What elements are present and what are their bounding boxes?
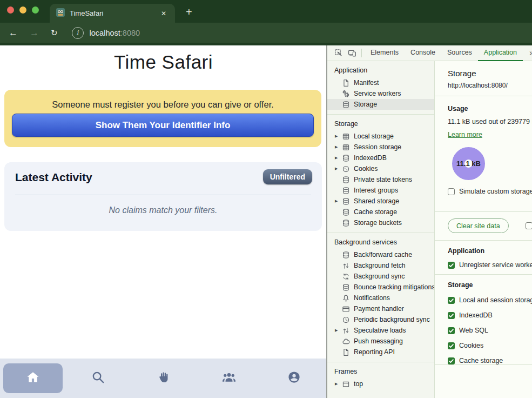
site-info-icon[interactable]: i — [72, 27, 84, 39]
tree-item-push-messaging[interactable]: Push messaging — [327, 336, 434, 347]
expand-twisty-icon[interactable]: ▶ — [335, 145, 341, 149]
devtools-tab-console[interactable]: Console — [405, 45, 441, 61]
bell-icon — [341, 294, 350, 302]
arrows-updown-icon — [341, 261, 350, 270]
clear-site-data-button[interactable]: Clear site data — [448, 218, 509, 233]
minimize-window-button[interactable] — [19, 6, 26, 14]
payment-icon — [341, 304, 350, 313]
tree-item-indexeddb[interactable]: ▶IndexedDB — [327, 152, 434, 163]
tree-item-notifications[interactable]: Notifications — [327, 293, 434, 303]
tree-item-background-sync[interactable]: Background sync — [327, 271, 434, 282]
nav-person-button[interactable] — [261, 359, 327, 398]
page-title: Time Safari — [0, 51, 327, 73]
tree-item-bounce-tracking-mitigations[interactable]: Bounce tracking mitigations — [327, 282, 434, 293]
table-icon — [341, 143, 350, 151]
devtools-tab-application[interactable]: Application — [478, 45, 523, 61]
expand-twisty-icon[interactable]: ▶ — [335, 382, 341, 386]
database-icon — [341, 154, 350, 162]
indexeddb-checkbox[interactable] — [448, 312, 455, 319]
tree-item-service-workers[interactable]: Service workers — [327, 88, 434, 99]
more-tabs-icon[interactable]: » — [529, 48, 532, 58]
latest-activity-heading: Latest Activity — [15, 171, 92, 184]
tree-item-speculative-loads[interactable]: ▶Speculative loads — [327, 325, 434, 336]
tree-item-background-fetch[interactable]: Background fetch — [327, 260, 434, 271]
app-page: Time Safari Someone must register you be… — [0, 45, 327, 398]
unfiltered-badge[interactable]: Unfiltered — [263, 169, 312, 184]
inspect-icon[interactable] — [332, 47, 345, 60]
tab-title: TimeSafari — [70, 9, 159, 17]
tree-item-manifest[interactable]: Manifest — [327, 77, 434, 88]
nav-hand-button[interactable] — [131, 359, 196, 398]
tree-item-session-storage[interactable]: ▶Session storage — [327, 142, 434, 152]
tree-item-periodic-background-sync[interactable]: Periodic background sync — [327, 314, 434, 325]
expand-twisty-icon[interactable]: ▶ — [335, 167, 341, 171]
tree-item-shared-storage[interactable]: ▶Shared storage — [327, 196, 434, 207]
unregister-service-workers-checkbox[interactable] — [448, 262, 455, 269]
cache-storage-checkbox[interactable] — [448, 357, 455, 364]
nav-home-button[interactable] — [0, 359, 65, 398]
devtools-tab-sources[interactable]: Sources — [441, 45, 478, 61]
expand-twisty-icon[interactable]: ▶ — [335, 134, 341, 138]
tree-item-label: Cookies — [354, 165, 378, 173]
local-and-session-storage-checkbox[interactable] — [448, 297, 455, 304]
tree-item-label: Background sync — [354, 273, 405, 280]
expand-twisty-icon[interactable]: ▶ — [335, 199, 341, 203]
tree-item-reporting-api[interactable]: Reporting API — [327, 347, 434, 357]
expand-twisty-icon[interactable]: ▶ — [335, 156, 341, 160]
devtools: ElementsConsoleSourcesApplication » Appl… — [326, 45, 532, 398]
close-tab-icon[interactable]: ✕ — [159, 9, 169, 18]
cookies-checkbox[interactable] — [448, 342, 455, 349]
sidebar-section-storage: Storage▶Local storage▶Session storage▶In… — [327, 115, 434, 233]
nav-search-button[interactable] — [65, 359, 131, 398]
tab-strip: TimeSafari ✕ + — [0, 0, 532, 23]
tree-item-label: Reporting API — [354, 348, 395, 356]
sidebar-section-background-services: Background servicesBack/forward cacheBac… — [327, 233, 434, 362]
browser-chrome: TimeSafari ✕ + ← → ↻ i localhost :8080 — [0, 0, 532, 45]
sync-icon — [341, 272, 350, 281]
forward-icon[interactable]: → — [30, 28, 39, 37]
tab-favicon-icon — [56, 8, 65, 19]
tree-item-cache-storage[interactable]: Cache storage — [327, 207, 434, 217]
show-identifier-info-button[interactable]: Show Them Your Identifier Info — [12, 114, 314, 137]
sidebar-section-frames: Frames▶top — [327, 362, 434, 394]
nav-people-button[interactable] — [196, 359, 261, 398]
url-host[interactable]: localhost — [90, 29, 120, 37]
checkbox-label: Local and session storage — [459, 296, 532, 304]
tree-item-local-storage[interactable]: ▶Local storage — [327, 131, 434, 142]
tree-item-payment-handler[interactable]: Payment handler — [327, 303, 434, 314]
tree-item-cookies[interactable]: ▶Cookies — [327, 163, 434, 174]
cloud-icon — [341, 337, 350, 346]
search-icon — [91, 370, 105, 387]
sidebar-section-title: Frames — [327, 366, 434, 379]
tree-item-private-state-tokens[interactable]: Private state tokens — [327, 174, 434, 185]
tree-item-back-forward-cache[interactable]: Back/forward cache — [327, 249, 434, 260]
browser-tab[interactable]: TimeSafari ✕ — [50, 4, 175, 23]
panel-section-application: ApplicationUnregister service workers — [435, 241, 532, 275]
simulate-quota-label: Simulate custom storage quota — [459, 188, 532, 195]
devtools-tab-elements[interactable]: Elements — [365, 45, 405, 61]
tree-item-interest-groups[interactable]: Interest groups — [327, 185, 434, 196]
zoom-window-button[interactable] — [32, 6, 39, 14]
checkbox-label: Cache storage — [459, 357, 503, 364]
reload-icon[interactable]: ↻ — [51, 29, 58, 37]
expand-twisty-icon[interactable]: ▶ — [335, 328, 341, 333]
url-port[interactable]: :8080 — [120, 29, 140, 37]
tree-item-storage[interactable]: Storage — [327, 99, 434, 110]
database-icon — [341, 208, 350, 216]
tree-item-storage-buckets[interactable]: Storage buckets — [327, 217, 434, 228]
person-icon — [287, 370, 301, 387]
device-toolbar-icon[interactable] — [345, 47, 359, 60]
web-sql-checkbox[interactable] — [448, 327, 455, 334]
new-tab-button[interactable]: + — [183, 5, 196, 19]
third-party-cookies-checkbox[interactable] — [526, 222, 532, 229]
tree-item-top[interactable]: ▶top — [327, 379, 434, 389]
tree-item-label: Payment handler — [354, 305, 404, 313]
back-icon[interactable]: ← — [9, 28, 18, 37]
database-icon — [341, 218, 350, 227]
close-window-button[interactable] — [7, 6, 14, 14]
simulate-quota-checkbox[interactable] — [448, 188, 455, 195]
sidebar-section-title: Storage — [327, 118, 434, 131]
checkbox-row-cache-storage: Cache storage — [448, 357, 532, 364]
checkbox-row-web-sql: Web SQL — [448, 327, 532, 334]
learn-more-link[interactable]: Learn more — [448, 131, 482, 138]
